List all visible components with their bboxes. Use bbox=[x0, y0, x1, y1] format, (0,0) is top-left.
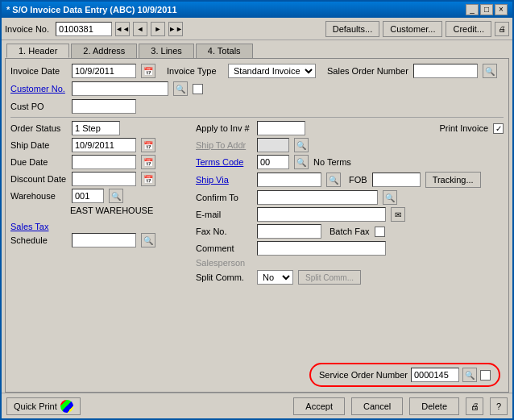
split-comm-select[interactable]: No Yes bbox=[257, 270, 293, 285]
apply-to-inv-input[interactable] bbox=[257, 121, 305, 135]
ship-to-addr-search-icon[interactable]: 🔍 bbox=[294, 138, 309, 152]
discount-date-row: Discount Date 📅 bbox=[10, 172, 188, 186]
cust-po-input[interactable] bbox=[72, 99, 136, 114]
confirm-to-input[interactable] bbox=[257, 190, 378, 205]
customer-no-search-icon[interactable]: 🔍 bbox=[173, 81, 188, 96]
ship-date-calendar-icon[interactable]: 📅 bbox=[141, 138, 155, 152]
split-comm-button[interactable]: Split Comm... bbox=[298, 270, 361, 285]
email-row: E-mail ✉ bbox=[196, 207, 504, 222]
warehouse-search-icon[interactable]: 🔍 bbox=[109, 189, 123, 203]
left-column: Order Status Ship Date 📅 Due Date 📅 bbox=[10, 121, 188, 287]
nav-first-button[interactable]: ◄◄ bbox=[115, 22, 130, 36]
window-title: * S/O Invoice Data Entry (ABC) 10/9/2011 bbox=[6, 5, 177, 15]
confirm-to-search-icon[interactable]: 🔍 bbox=[383, 190, 397, 205]
fob-input[interactable] bbox=[372, 173, 421, 187]
terms-code-input[interactable] bbox=[257, 155, 289, 169]
terms-code-search-icon[interactable]: 🔍 bbox=[294, 155, 309, 169]
salesperson-label: Salesperson bbox=[196, 258, 252, 268]
service-order-search-icon[interactable]: 🔍 bbox=[462, 368, 477, 382]
cust-po-label: Cust PO bbox=[10, 102, 67, 111]
minimize-button[interactable]: _ bbox=[466, 4, 479, 15]
ship-via-input[interactable] bbox=[257, 173, 321, 187]
nav-last-button[interactable]: ►► bbox=[168, 22, 183, 36]
windows-logo-icon bbox=[60, 400, 73, 413]
sales-tax-label[interactable]: Sales Tax bbox=[10, 222, 188, 231]
no-terms-label: No Terms bbox=[313, 157, 351, 167]
email-label: E-mail bbox=[196, 210, 252, 219]
delete-button[interactable]: Delete bbox=[409, 397, 459, 415]
due-date-calendar-icon[interactable]: 📅 bbox=[141, 155, 155, 169]
sales-order-number-label: Sales Order Number bbox=[327, 66, 408, 76]
ship-via-search-icon[interactable]: 🔍 bbox=[326, 173, 341, 187]
terms-code-label[interactable]: Terms Code bbox=[196, 157, 252, 167]
sales-order-search-icon[interactable]: 🔍 bbox=[483, 64, 497, 78]
quick-print-button[interactable]: Quick Print bbox=[6, 397, 81, 415]
sales-tax-group: Sales Tax Schedule 🔍 bbox=[10, 222, 188, 247]
invoice-no-input[interactable] bbox=[56, 22, 112, 36]
fax-no-input[interactable] bbox=[257, 224, 321, 239]
print-invoice-label: Print Invoice bbox=[439, 123, 488, 133]
print-invoice-checkbox[interactable] bbox=[493, 123, 504, 134]
invoice-type-select[interactable]: Standard Invoice bbox=[228, 64, 316, 78]
fax-no-label: Fax No. bbox=[196, 227, 252, 236]
order-status-row: Order Status bbox=[10, 121, 188, 135]
maximize-button[interactable]: □ bbox=[480, 4, 493, 15]
warehouse-input[interactable] bbox=[72, 189, 104, 203]
ship-to-addr-input[interactable] bbox=[257, 138, 289, 152]
print-footer-button[interactable]: 🖨 bbox=[466, 397, 483, 415]
customer-button[interactable]: Customer... bbox=[383, 21, 442, 37]
ship-via-label[interactable]: Ship Via bbox=[196, 175, 252, 185]
fob-label: FOB bbox=[349, 175, 367, 185]
cust-po-row: Cust PO bbox=[10, 99, 504, 114]
help-button[interactable]: ? bbox=[490, 397, 508, 415]
sales-order-number-input[interactable] bbox=[413, 64, 478, 78]
tab-header[interactable]: 1. Header bbox=[6, 44, 69, 58]
order-status-label: Order Status bbox=[10, 123, 67, 133]
nav-next-button[interactable]: ► bbox=[151, 22, 165, 36]
salesperson-row: Salesperson bbox=[196, 258, 504, 268]
tab-totals[interactable]: 4. Totals bbox=[196, 44, 253, 58]
comment-row: Comment bbox=[196, 241, 504, 256]
ship-date-label: Ship Date bbox=[10, 140, 67, 150]
print-icon-button[interactable]: 🖨 bbox=[495, 22, 509, 36]
nav-prev-button[interactable]: ◄ bbox=[133, 22, 147, 36]
two-col-layout: Order Status Ship Date 📅 Due Date 📅 bbox=[10, 121, 504, 287]
accept-button[interactable]: Accept bbox=[293, 397, 345, 415]
warehouse-row: Warehouse 🔍 bbox=[10, 189, 188, 203]
customer-no-input[interactable] bbox=[72, 81, 168, 96]
invoice-date-calendar-icon[interactable]: 📅 bbox=[141, 64, 155, 78]
apply-to-inv-label: Apply to Inv # bbox=[196, 123, 252, 133]
due-date-input[interactable] bbox=[72, 155, 136, 169]
footer-left: Quick Print bbox=[6, 397, 81, 415]
invoice-date-input[interactable] bbox=[72, 64, 136, 78]
discount-date-input[interactable] bbox=[72, 172, 136, 186]
order-status-input[interactable] bbox=[72, 121, 120, 135]
ship-via-row: Ship Via 🔍 FOB Tracking... bbox=[196, 172, 504, 188]
tab-address[interactable]: 2. Address bbox=[71, 44, 137, 58]
ship-to-addr-label[interactable]: Ship To Addr bbox=[196, 140, 252, 150]
tracking-button[interactable]: Tracking... bbox=[425, 172, 481, 188]
schedule-search-icon[interactable]: 🔍 bbox=[141, 233, 155, 247]
customer-no-checkbox[interactable] bbox=[193, 84, 203, 94]
tab-lines[interactable]: 3. Lines bbox=[139, 44, 194, 58]
toolbar: Invoice No. ◄◄ ◄ ► ►► Defaults... Custom… bbox=[2, 18, 512, 40]
ship-date-input[interactable] bbox=[72, 138, 136, 152]
cancel-button[interactable]: Cancel bbox=[351, 397, 403, 415]
schedule-input[interactable] bbox=[72, 233, 136, 247]
main-content: Invoice Date 📅 Invoice Type Standard Inv… bbox=[5, 58, 509, 393]
customer-no-label[interactable]: Customer No. bbox=[10, 84, 67, 94]
defaults-button[interactable]: Defaults... bbox=[325, 21, 380, 37]
close-button[interactable]: × bbox=[495, 4, 508, 15]
due-date-row: Due Date 📅 bbox=[10, 155, 188, 169]
service-order-number-input[interactable] bbox=[411, 368, 459, 382]
credit-button[interactable]: Credit... bbox=[446, 21, 491, 37]
due-date-label: Due Date bbox=[10, 157, 67, 167]
split-comm-row: Split Comm. No Yes Split Comm... bbox=[196, 270, 504, 285]
email-send-icon[interactable]: ✉ bbox=[391, 207, 405, 222]
discount-date-calendar-icon[interactable]: 📅 bbox=[141, 172, 155, 186]
service-order-checkbox[interactable] bbox=[480, 370, 491, 380]
batch-fax-checkbox[interactable] bbox=[375, 227, 385, 237]
warehouse-name: EAST WAREHOUSE bbox=[70, 206, 188, 215]
email-input[interactable] bbox=[257, 207, 386, 222]
comment-input[interactable] bbox=[257, 241, 386, 256]
